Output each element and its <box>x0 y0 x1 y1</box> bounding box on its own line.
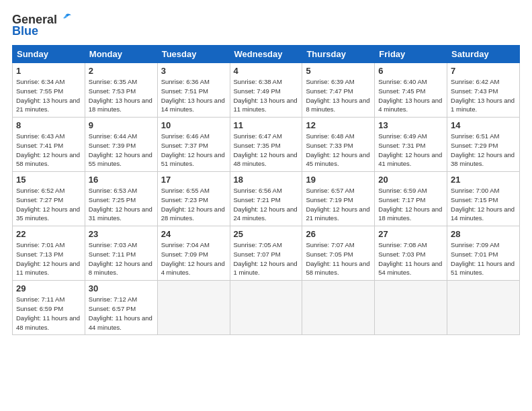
day-number: 16 <box>89 175 154 185</box>
day-info: Sunrise: 6:53 AMSunset: 7:25 PMDaylight:… <box>89 187 152 222</box>
day-info: Sunrise: 6:51 AMSunset: 7:29 PMDaylight:… <box>451 132 515 167</box>
calendar-day-cell: 15Sunrise: 6:52 AMSunset: 7:27 PMDayligh… <box>13 172 85 226</box>
calendar-day-cell: 17Sunrise: 6:55 AMSunset: 7:23 PMDayligh… <box>157 172 230 226</box>
day-info: Sunrise: 6:59 AMSunset: 7:17 PMDaylight:… <box>378 187 442 222</box>
calendar-day-cell: 28Sunrise: 7:09 AMSunset: 7:01 PMDayligh… <box>447 226 520 281</box>
day-info: Sunrise: 6:55 AMSunset: 7:23 PMDaylight:… <box>161 187 225 222</box>
calendar-day-cell: 25Sunrise: 7:05 AMSunset: 7:07 PMDayligh… <box>230 226 302 281</box>
day-info: Sunrise: 7:12 AMSunset: 6:57 PMDaylight:… <box>89 295 152 330</box>
calendar-day-cell <box>447 281 520 335</box>
day-info: Sunrise: 7:11 AMSunset: 6:59 PMDaylight:… <box>16 295 80 330</box>
calendar-day-cell <box>375 281 447 335</box>
calendar-day-cell: 7Sunrise: 6:42 AMSunset: 7:43 PMDaylight… <box>447 63 520 118</box>
calendar-day-cell: 4Sunrise: 6:38 AMSunset: 7:49 PMDaylight… <box>230 63 302 118</box>
calendar-header-sunday: Sunday <box>13 46 85 63</box>
calendar-day-cell: 1Sunrise: 6:34 AMSunset: 7:55 PMDaylight… <box>13 63 85 118</box>
day-number: 10 <box>161 120 226 130</box>
logo-bird-icon <box>58 12 73 27</box>
calendar-day-cell: 12Sunrise: 6:48 AMSunset: 7:33 PMDayligh… <box>302 118 375 172</box>
day-number: 20 <box>378 175 443 185</box>
calendar-header-thursday: Thursday <box>302 46 375 63</box>
calendar-header-saturday: Saturday <box>447 46 520 63</box>
day-info: Sunrise: 7:05 AMSunset: 7:07 PMDaylight:… <box>234 241 298 276</box>
day-number: 8 <box>16 120 81 130</box>
day-number: 29 <box>16 283 81 293</box>
calendar-day-cell <box>230 281 302 335</box>
day-number: 26 <box>306 229 371 239</box>
day-info: Sunrise: 6:34 AMSunset: 7:55 PMDaylight:… <box>16 78 80 113</box>
day-number: 7 <box>451 66 516 76</box>
day-info: Sunrise: 7:08 AMSunset: 7:03 PMDaylight:… <box>378 241 442 276</box>
day-info: Sunrise: 6:49 AMSunset: 7:31 PMDaylight:… <box>378 132 442 167</box>
calendar-day-cell: 13Sunrise: 6:49 AMSunset: 7:31 PMDayligh… <box>375 118 447 172</box>
calendar-day-cell: 5Sunrise: 6:39 AMSunset: 7:47 PMDaylight… <box>302 63 375 118</box>
day-info: Sunrise: 7:07 AMSunset: 7:05 PMDaylight:… <box>306 241 369 276</box>
day-number: 2 <box>89 66 154 76</box>
day-info: Sunrise: 6:57 AMSunset: 7:19 PMDaylight:… <box>306 187 369 222</box>
day-number: 27 <box>378 229 443 239</box>
day-number: 12 <box>306 120 371 130</box>
day-number: 17 <box>161 175 226 185</box>
day-info: Sunrise: 6:46 AMSunset: 7:37 PMDaylight:… <box>161 132 225 167</box>
day-info: Sunrise: 7:01 AMSunset: 7:13 PMDaylight:… <box>16 241 80 276</box>
calendar-day-cell: 2Sunrise: 6:35 AMSunset: 7:53 PMDaylight… <box>85 63 157 118</box>
calendar-day-cell: 30Sunrise: 7:12 AMSunset: 6:57 PMDayligh… <box>85 281 157 335</box>
calendar-day-cell: 20Sunrise: 6:59 AMSunset: 7:17 PMDayligh… <box>375 172 447 226</box>
calendar-header-monday: Monday <box>85 46 157 63</box>
day-number: 11 <box>234 120 299 130</box>
calendar-day-cell: 19Sunrise: 6:57 AMSunset: 7:19 PMDayligh… <box>302 172 375 226</box>
calendar-day-cell <box>302 281 375 335</box>
day-number: 30 <box>89 283 154 293</box>
calendar-day-cell: 3Sunrise: 6:36 AMSunset: 7:51 PMDaylight… <box>157 63 230 118</box>
day-info: Sunrise: 6:40 AMSunset: 7:45 PMDaylight:… <box>378 78 442 113</box>
day-info: Sunrise: 6:38 AMSunset: 7:49 PMDaylight:… <box>234 78 298 113</box>
calendar-day-cell: 21Sunrise: 7:00 AMSunset: 7:15 PMDayligh… <box>447 172 520 226</box>
day-number: 24 <box>161 229 226 239</box>
day-info: Sunrise: 6:39 AMSunset: 7:47 PMDaylight:… <box>306 78 369 113</box>
calendar-day-cell: 29Sunrise: 7:11 AMSunset: 6:59 PMDayligh… <box>13 281 85 335</box>
day-info: Sunrise: 6:44 AMSunset: 7:39 PMDaylight:… <box>89 132 152 167</box>
day-info: Sunrise: 7:03 AMSunset: 7:11 PMDaylight:… <box>89 241 152 276</box>
day-number: 14 <box>451 120 516 130</box>
day-info: Sunrise: 7:04 AMSunset: 7:09 PMDaylight:… <box>161 241 225 276</box>
day-number: 23 <box>89 229 154 239</box>
calendar-day-cell: 11Sunrise: 6:47 AMSunset: 7:35 PMDayligh… <box>230 118 302 172</box>
day-number: 4 <box>234 66 299 76</box>
calendar-day-cell: 27Sunrise: 7:08 AMSunset: 7:03 PMDayligh… <box>375 226 447 281</box>
day-number: 19 <box>306 175 371 185</box>
day-number: 28 <box>451 229 516 239</box>
day-info: Sunrise: 6:52 AMSunset: 7:27 PMDaylight:… <box>16 187 80 222</box>
day-info: Sunrise: 6:36 AMSunset: 7:51 PMDaylight:… <box>161 78 225 113</box>
day-info: Sunrise: 7:00 AMSunset: 7:15 PMDaylight:… <box>451 187 515 222</box>
day-number: 1 <box>16 66 81 76</box>
day-info: Sunrise: 6:47 AMSunset: 7:35 PMDaylight:… <box>234 132 298 167</box>
logo-blue-text: Blue <box>12 24 38 38</box>
calendar-day-cell: 18Sunrise: 6:56 AMSunset: 7:21 PMDayligh… <box>230 172 302 226</box>
day-number: 22 <box>16 229 81 239</box>
calendar-day-cell: 14Sunrise: 6:51 AMSunset: 7:29 PMDayligh… <box>447 118 520 172</box>
calendar-header-wednesday: Wednesday <box>230 46 302 63</box>
calendar-week-row: 1Sunrise: 6:34 AMSunset: 7:55 PMDaylight… <box>13 63 520 118</box>
calendar-day-cell: 22Sunrise: 7:01 AMSunset: 7:13 PMDayligh… <box>13 226 85 281</box>
day-info: Sunrise: 6:42 AMSunset: 7:43 PMDaylight:… <box>451 78 515 113</box>
calendar-header-row: SundayMondayTuesdayWednesdayThursdayFrid… <box>13 46 520 63</box>
calendar-header-tuesday: Tuesday <box>157 46 230 63</box>
day-number: 5 <box>306 66 371 76</box>
day-info: Sunrise: 6:35 AMSunset: 7:53 PMDaylight:… <box>89 78 152 113</box>
day-info: Sunrise: 7:09 AMSunset: 7:01 PMDaylight:… <box>451 241 515 276</box>
calendar-day-cell: 16Sunrise: 6:53 AMSunset: 7:25 PMDayligh… <box>85 172 157 226</box>
day-number: 15 <box>16 175 81 185</box>
day-number: 25 <box>234 229 299 239</box>
calendar-day-cell: 23Sunrise: 7:03 AMSunset: 7:11 PMDayligh… <box>85 226 157 281</box>
calendar-day-cell: 26Sunrise: 7:07 AMSunset: 7:05 PMDayligh… <box>302 226 375 281</box>
calendar-day-cell: 8Sunrise: 6:43 AMSunset: 7:41 PMDaylight… <box>13 118 85 172</box>
day-number: 9 <box>89 120 154 130</box>
calendar-day-cell: 9Sunrise: 6:44 AMSunset: 7:39 PMDaylight… <box>85 118 157 172</box>
day-info: Sunrise: 6:48 AMSunset: 7:33 PMDaylight:… <box>306 132 369 167</box>
calendar-week-row: 8Sunrise: 6:43 AMSunset: 7:41 PMDaylight… <box>13 118 520 172</box>
calendar-week-row: 29Sunrise: 7:11 AMSunset: 6:59 PMDayligh… <box>13 281 520 335</box>
calendar-day-cell: 6Sunrise: 6:40 AMSunset: 7:45 PMDaylight… <box>375 63 447 118</box>
day-number: 21 <box>451 175 516 185</box>
calendar-header-friday: Friday <box>375 46 447 63</box>
calendar-day-cell: 24Sunrise: 7:04 AMSunset: 7:09 PMDayligh… <box>157 226 230 281</box>
